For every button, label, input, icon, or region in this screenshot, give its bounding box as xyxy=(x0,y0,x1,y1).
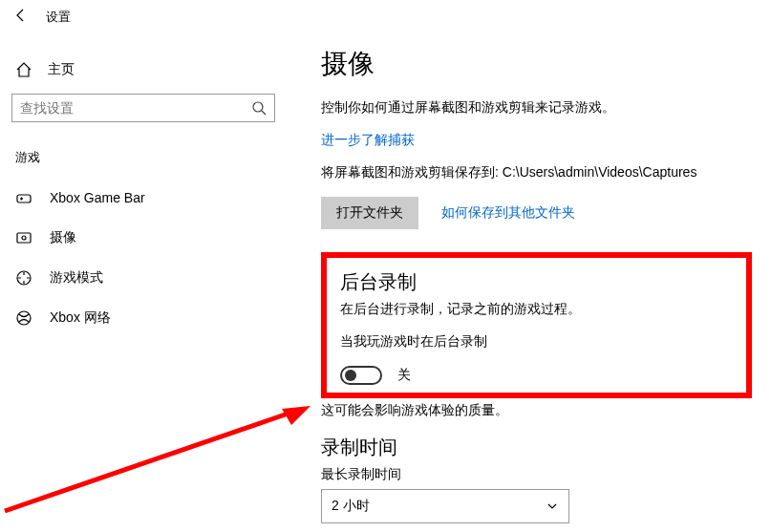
sidebar-item-xbox-network[interactable]: Xbox 网络 xyxy=(11,298,275,338)
sidebar-item-game-mode[interactable]: 游戏模式 xyxy=(11,258,275,298)
svg-point-0 xyxy=(253,102,263,112)
max-record-time-dropdown[interactable]: 2 小时 xyxy=(321,489,569,523)
background-record-desc: 在后台进行录制，记录之前的游戏过程。 xyxy=(340,301,733,318)
svg-line-9 xyxy=(5,411,296,511)
sidebar-home[interactable]: 主页 xyxy=(11,53,275,94)
sidebar-item-label: Xbox Game Bar xyxy=(50,190,145,205)
svg-point-8 xyxy=(17,311,31,325)
highlight-box: 后台录制 在后台进行录制，记录之前的游戏过程。 当我玩游戏时在后台录制 关 xyxy=(321,252,752,398)
window-title: 设置 xyxy=(46,9,71,26)
sidebar-home-label: 主页 xyxy=(48,61,75,78)
sidebar-category: 游戏 xyxy=(11,145,275,178)
sidebar-item-label: Xbox 网络 xyxy=(50,309,111,327)
dropdown-value: 2 小时 xyxy=(332,498,370,515)
background-record-toggle-label: 当我玩游戏时在后台录制 xyxy=(340,333,733,351)
chevron-down-icon xyxy=(546,500,559,513)
page-description: 控制你如何通过屏幕截图和游戏剪辑来记录游戏。 xyxy=(321,99,752,117)
xbox-network-icon xyxy=(15,309,32,327)
save-other-folder-link[interactable]: 如何保存到其他文件夹 xyxy=(441,204,575,222)
svg-line-1 xyxy=(262,111,266,115)
background-record-toggle-state: 关 xyxy=(397,367,411,384)
search-input-wrap[interactable] xyxy=(11,94,275,122)
max-record-time-label: 最长录制时间 xyxy=(321,466,752,483)
sidebar-item-xbox-game-bar[interactable]: Xbox Game Bar xyxy=(11,178,275,218)
open-folder-button[interactable]: 打开文件夹 xyxy=(321,197,418,229)
search-icon xyxy=(251,100,267,116)
home-icon xyxy=(15,61,32,78)
annotation-arrow xyxy=(0,401,325,516)
search-input[interactable] xyxy=(20,100,251,116)
learn-more-link[interactable]: 进一步了解捕获 xyxy=(321,132,752,149)
sidebar-item-label: 摄像 xyxy=(50,229,76,246)
svg-rect-2 xyxy=(17,195,31,202)
page-title: 摄像 xyxy=(321,46,752,82)
background-record-toggle[interactable] xyxy=(340,366,382,385)
save-path-text: 将屏幕截图和游戏剪辑保存到: C:\Users\admin\Videos\Cap… xyxy=(321,164,752,181)
game-bar-icon xyxy=(15,189,32,206)
background-record-heading: 后台录制 xyxy=(340,269,733,295)
record-time-heading: 录制时间 xyxy=(321,435,752,460)
svg-point-6 xyxy=(22,236,26,240)
svg-marker-10 xyxy=(282,406,311,425)
svg-rect-5 xyxy=(17,233,31,243)
sidebar-item-label: 游戏模式 xyxy=(50,269,103,287)
back-icon[interactable] xyxy=(13,8,29,27)
game-mode-icon xyxy=(15,269,32,287)
toggle-knob xyxy=(345,370,356,381)
background-record-warning: 这可能会影响游戏体验的质量。 xyxy=(321,402,752,419)
captures-icon xyxy=(15,229,32,246)
sidebar-item-captures[interactable]: 摄像 xyxy=(11,218,275,258)
